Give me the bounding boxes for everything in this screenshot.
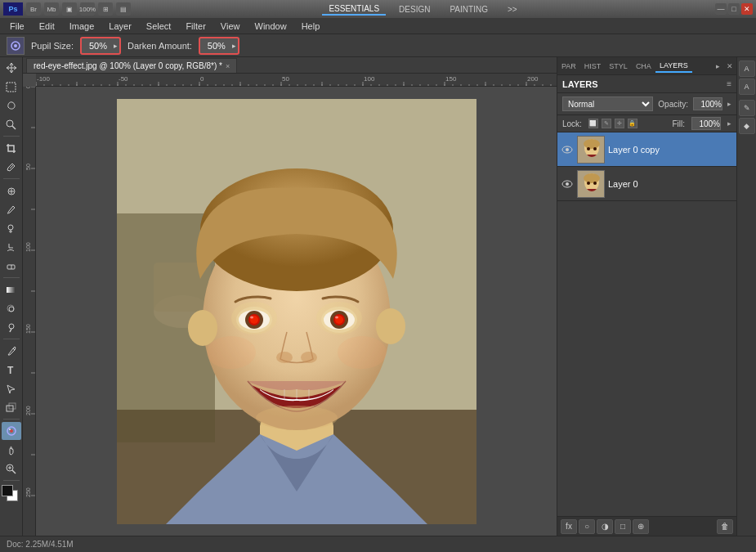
svg-point-65	[587, 147, 590, 150]
clone-stamp-tool[interactable]	[2, 219, 21, 237]
darken-amount-arrow[interactable]: ▸	[232, 42, 236, 50]
layer-mask-button[interactable]: ○	[579, 519, 595, 534]
menu-select[interactable]: Select	[140, 20, 178, 33]
brush-tool[interactable]	[2, 200, 21, 218]
foreground-color[interactable]	[2, 485, 13, 496]
history-brush-tool[interactable]	[2, 238, 21, 256]
titlebar-right: — □ ✕	[715, 3, 753, 15]
panel-tab-cha[interactable]: CHA	[632, 61, 655, 72]
zoom-tool[interactable]	[2, 460, 21, 478]
dodge-tool[interactable]	[2, 318, 21, 336]
svg-point-52	[276, 352, 293, 363]
toolbox: T	[0, 57, 23, 536]
fr-button-2[interactable]: A	[739, 79, 755, 95]
photo-canvas-area[interactable]	[36, 87, 557, 536]
ruler-top	[36, 74, 557, 87]
statusbar: Doc: 2.25M/4.51M	[0, 536, 756, 552]
panel-tab-hist[interactable]: HIST	[580, 61, 606, 72]
menu-edit[interactable]: Edit	[33, 20, 61, 33]
tab-more[interactable]: >>	[501, 4, 524, 15]
opacity-input[interactable]	[693, 97, 722, 110]
eraser-tool[interactable]	[2, 257, 21, 275]
panel-tab-par[interactable]: PAR	[557, 61, 580, 72]
layers-menu-icon[interactable]: ≡	[727, 79, 731, 88]
redeye-tool-icon[interactable]	[7, 37, 25, 55]
fr-button-1[interactable]: A	[739, 61, 755, 77]
bridge-icon[interactable]: Br	[26, 2, 41, 16]
type-tool[interactable]: T	[2, 361, 21, 379]
svg-point-36	[188, 310, 217, 346]
fill-input[interactable]	[691, 117, 721, 130]
blend-mode-select[interactable]: Normal	[562, 96, 653, 111]
tab-bar: red-eye-effect.jpg @ 100% (Layer 0 copy,…	[23, 57, 557, 74]
pupil-size-input[interactable]	[83, 39, 113, 52]
delete-layer-button[interactable]: 🗑	[717, 519, 733, 534]
lock-position[interactable]: ✛	[615, 119, 624, 128]
optionsbar: Pupil Size: ▸ Darken Amount: ▸	[0, 34, 756, 57]
document-tab[interactable]: red-eye-effect.jpg @ 100% (Layer 0 copy,…	[26, 58, 237, 73]
mini-bridge-icon[interactable]: Mb	[44, 2, 59, 16]
fr-button-4[interactable]: ◆	[739, 118, 755, 134]
panel-collapse-button[interactable]: ✕	[723, 62, 736, 70]
blur-tool[interactable]	[2, 299, 21, 317]
layers-header: LAYERS ≡	[557, 75, 736, 93]
minimize-button[interactable]: —	[715, 3, 727, 15]
quick-select-tool[interactable]	[2, 115, 21, 133]
pupil-size-control[interactable]: ▸	[80, 37, 121, 55]
pupil-size-arrow[interactable]: ▸	[114, 42, 118, 50]
fill-arrow[interactable]: ▸	[727, 119, 731, 128]
menu-file[interactable]: File	[3, 20, 31, 33]
hand-tool[interactable]	[2, 441, 21, 459]
menu-help[interactable]: Help	[295, 20, 327, 33]
arrange-icon[interactable]: ⊞	[98, 2, 113, 16]
tab-painting[interactable]: PAINTING	[443, 4, 494, 15]
darken-amount-input[interactable]	[202, 39, 231, 52]
maximize-button[interactable]: □	[728, 3, 740, 15]
menu-window[interactable]: Window	[248, 20, 293, 33]
screen-mode-icon[interactable]: ▣	[62, 2, 77, 16]
lasso-tool[interactable]	[2, 96, 21, 114]
rectangle-select-tool[interactable]	[2, 78, 21, 96]
svg-point-51	[335, 316, 338, 318]
eyedropper-tool[interactable]	[2, 158, 21, 176]
layer-0-copy-visibility[interactable]	[561, 143, 574, 156]
menu-filter[interactable]: Filter	[179, 20, 212, 33]
lock-image[interactable]: ✎	[602, 119, 611, 128]
layer-item-0-copy[interactable]: Layer 0 copy	[557, 132, 736, 167]
shape-tool[interactable]	[2, 398, 21, 416]
panel-menu-arrow[interactable]: ▸	[713, 62, 723, 70]
tab-design[interactable]: DESIGN	[392, 4, 436, 15]
layer-0-visibility[interactable]	[561, 177, 574, 191]
fr-button-3[interactable]: ✎	[739, 100, 755, 116]
move-tool[interactable]	[2, 59, 21, 77]
fill-label: Fill:	[672, 119, 685, 128]
extras-icon[interactable]: ▤	[116, 2, 131, 16]
panel-tab-styl[interactable]: STYL	[605, 61, 632, 72]
menu-image[interactable]: Image	[63, 20, 101, 33]
tab-essentials[interactable]: ESSENTIALS	[322, 3, 386, 16]
spot-healing-tool[interactable]	[2, 182, 21, 200]
tool-separator-3	[3, 277, 20, 278]
color-swatches[interactable]	[2, 485, 21, 505]
new-layer-button[interactable]: ⊕	[633, 519, 649, 534]
opacity-arrow[interactable]: ▸	[727, 100, 731, 108]
zoom-level[interactable]: 100%	[80, 2, 95, 16]
lock-all[interactable]: 🔒	[628, 119, 637, 128]
darken-amount-control[interactable]: ▸	[199, 37, 239, 55]
panel-tab-layers[interactable]: LAYERS	[655, 60, 692, 73]
path-selection-tool[interactable]	[2, 379, 21, 397]
new-group-button[interactable]: □	[615, 519, 631, 534]
svg-point-58	[338, 336, 387, 369]
crop-tool[interactable]	[2, 139, 21, 157]
lock-transparency[interactable]: ⬜	[588, 119, 598, 128]
menu-view[interactable]: View	[214, 20, 247, 33]
pen-tool[interactable]	[2, 342, 21, 360]
tab-close-button[interactable]: ×	[226, 62, 230, 70]
layer-fx-button[interactable]: fx	[561, 519, 577, 534]
gradient-tool[interactable]	[2, 280, 21, 298]
close-button[interactable]: ✕	[741, 3, 753, 15]
menu-layer[interactable]: Layer	[102, 20, 138, 33]
layer-adjustment-button[interactable]: ◑	[597, 519, 613, 534]
redeye-tool[interactable]	[2, 422, 21, 440]
layer-item-0[interactable]: Layer 0	[557, 167, 736, 201]
